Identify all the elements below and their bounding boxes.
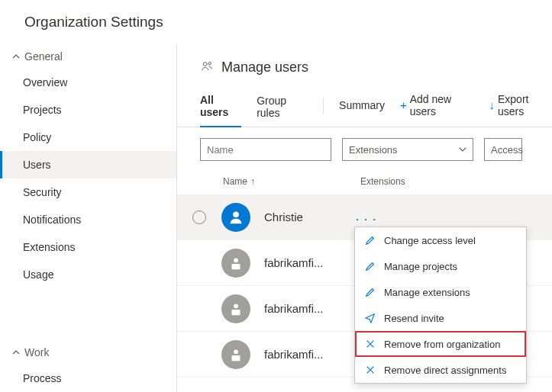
sidebar-item-usage[interactable]: Usage [0, 261, 176, 288]
tab-group-rules[interactable]: Group rules [257, 90, 308, 127]
sidebar-item-policy[interactable]: Policy [0, 124, 176, 151]
sort-asc-icon: ↑ [250, 176, 255, 187]
svg-rect-8 [232, 355, 240, 360]
section-label: Work [24, 346, 49, 358]
menu-item-resend-invite[interactable]: Resend invite [355, 305, 526, 331]
menu-item-manage-projects[interactable]: Manage projects [355, 253, 526, 279]
send-icon [364, 312, 376, 324]
export-users-button[interactable]: ↓ Export users [489, 93, 552, 124]
menu-item-label: Manage extensions [384, 287, 470, 298]
svg-point-7 [234, 349, 238, 354]
access-filter-select[interactable]: Access [484, 138, 522, 161]
menu-item-label: Remove direct assignments [384, 365, 506, 376]
extensions-filter-label: Extensions [349, 144, 398, 156]
extensions-filter-select[interactable]: Extensions [342, 138, 473, 161]
column-header-name[interactable]: Name ↑ [223, 176, 360, 187]
row-name: Christie [264, 210, 356, 223]
access-filter-label: Access [491, 144, 523, 156]
tab-all-users[interactable]: All users [200, 89, 241, 127]
sidebar-item-process[interactable]: Process [0, 365, 176, 392]
export-label: Export users [498, 93, 552, 117]
users-icon [200, 59, 214, 76]
avatar [221, 203, 250, 232]
menu-item-manage-extensions[interactable]: Manage extensions [355, 279, 526, 305]
column-header-extensions[interactable]: Extensions [360, 176, 405, 187]
plus-icon: + [400, 98, 407, 111]
avatar [221, 294, 250, 323]
row-name: fabrikamfi... [264, 348, 356, 361]
add-new-users-button[interactable]: + Add new users [400, 93, 474, 124]
row-name: fabrikamfi... [264, 256, 356, 269]
x-icon [364, 338, 376, 350]
svg-point-1 [208, 63, 211, 65]
context-menu: Change access level Manage projects Mana… [354, 227, 527, 384]
sidebar-item-projects[interactable]: Projects [0, 96, 176, 124]
avatar [221, 340, 250, 369]
name-filter-input[interactable] [200, 138, 331, 161]
menu-item-label: Manage projects [384, 261, 457, 272]
svg-rect-4 [232, 263, 240, 268]
page-title: Organization Settings [0, 0, 552, 44]
svg-point-3 [234, 258, 238, 262]
pencil-icon [364, 286, 376, 298]
sidebar-item-extensions[interactable]: Extensions [0, 233, 176, 261]
filter-row: Extensions Access [177, 127, 552, 172]
svg-point-2 [233, 211, 239, 217]
pencil-icon [364, 234, 376, 246]
pencil-icon [364, 260, 376, 272]
sidebar: General Overview Projects Policy Users S… [0, 44, 177, 392]
chevron-down-icon [459, 144, 466, 156]
manage-users-heading: Manage users [221, 59, 308, 76]
divider [323, 98, 324, 114]
toolbar: All users Group rules Summary + Add new … [177, 83, 552, 127]
menu-item-label: Resend invite [384, 313, 444, 324]
svg-point-0 [203, 63, 207, 66]
download-icon: ↓ [489, 98, 495, 111]
menu-item-remove-from-organization[interactable]: Remove from organization [355, 331, 526, 357]
svg-point-5 [234, 304, 238, 308]
section-header-general[interactable]: General [0, 44, 176, 69]
section-header-work[interactable]: Work [0, 340, 176, 365]
sidebar-item-users[interactable]: Users [0, 151, 176, 178]
chevron-up-icon [12, 53, 20, 60]
sidebar-item-notifications[interactable]: Notifications [0, 206, 176, 233]
add-label: Add new users [410, 93, 474, 117]
row-name: fabrikamfi... [264, 302, 356, 315]
row-select-radio[interactable] [192, 210, 206, 224]
column-name-label: Name [223, 176, 247, 187]
user-table-body: Christie . . . fabrikamfi... fabrikamfi.… [177, 194, 552, 392]
svg-rect-6 [232, 309, 240, 314]
chevron-up-icon [12, 349, 20, 356]
column-headers: Name ↑ Extensions [177, 172, 552, 194]
main-panel: Manage users All users Group rules Summa… [177, 44, 552, 392]
avatar [221, 249, 250, 278]
sidebar-item-overview[interactable]: Overview [0, 69, 176, 96]
nav-work: Process [0, 365, 176, 392]
menu-item-label: Change access level [384, 235, 476, 246]
sidebar-item-security[interactable]: Security [0, 178, 176, 206]
x-icon [364, 364, 376, 376]
section-label: General [24, 50, 63, 63]
menu-item-remove-direct-assignments[interactable]: Remove direct assignments [355, 357, 526, 383]
summary-button[interactable]: Summary [339, 99, 385, 117]
row-more-actions[interactable]: . . . [356, 211, 377, 223]
menu-item-change-access-level[interactable]: Change access level [355, 227, 526, 253]
menu-item-label: Remove from organization [384, 339, 500, 350]
nav-general: Overview Projects Policy Users Security … [0, 69, 176, 288]
